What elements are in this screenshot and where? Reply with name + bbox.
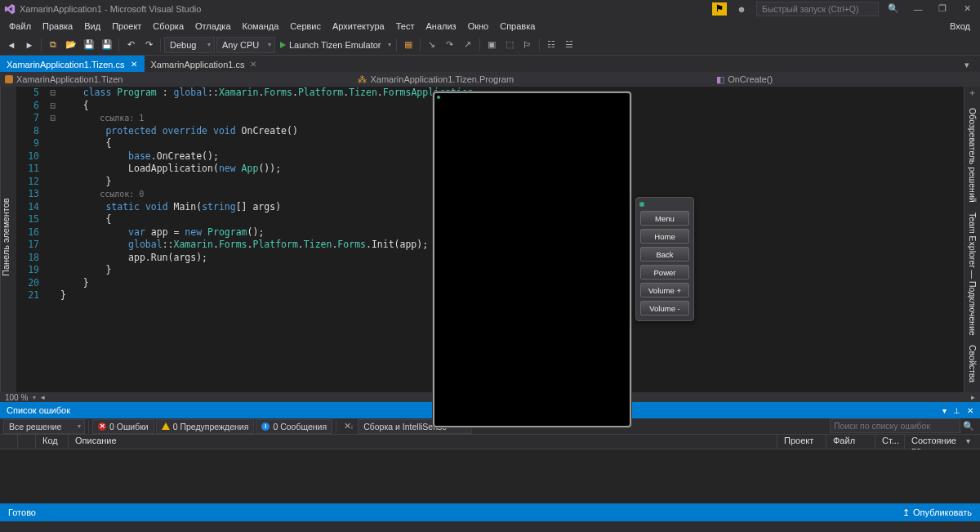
save-icon[interactable]: 💾 xyxy=(81,37,97,53)
errorlist-title: Список ошибок xyxy=(7,405,70,415)
upload-icon: ↥ xyxy=(902,507,910,518)
config-dropdown[interactable]: Debug xyxy=(164,37,215,53)
menu-team[interactable]: Команда xyxy=(237,20,285,33)
menu-help[interactable]: Справка xyxy=(494,20,541,33)
quick-launch-input[interactable]: Быстрый запуск (Ctrl+Q) xyxy=(756,2,879,16)
panel-pin-icon[interactable]: ⊥ xyxy=(953,406,960,415)
menu-debug[interactable]: Отладка xyxy=(189,20,236,33)
warning-icon xyxy=(162,422,170,430)
errors-filter[interactable]: ✕ 0 Ошибки xyxy=(92,419,154,434)
emu-menu-button[interactable]: Menu xyxy=(640,211,689,226)
messages-filter[interactable]: i 0 Сообщения xyxy=(256,419,332,434)
crumb-project[interactable]: XamarinApplication1.Tizen xyxy=(5,74,122,84)
open-file-icon[interactable]: 📂 xyxy=(63,37,79,53)
save-all-icon[interactable]: 💾 xyxy=(99,37,115,53)
fold-icon[interactable]: ⊟ xyxy=(46,100,60,113)
menu-edit[interactable]: Правка xyxy=(37,20,78,33)
add-tool-icon[interactable]: ＋ xyxy=(968,87,977,103)
emu-back-button[interactable]: Back xyxy=(640,247,689,262)
step-over-icon[interactable]: ↷ xyxy=(442,37,458,53)
tab-app-cs[interactable]: XamarinApplication1.cs ✕ xyxy=(145,56,265,72)
titlebar: XamarinApplication1 - Microsoft Visual S… xyxy=(0,0,980,17)
toolbox-tab[interactable]: Панель элементов xyxy=(0,87,16,392)
fold-icon[interactable]: ⊟ xyxy=(46,87,60,100)
menu-window[interactable]: Окно xyxy=(462,20,495,33)
tb-icon-4[interactable]: 🏳 xyxy=(519,37,536,53)
search-icon[interactable]: 🔍 xyxy=(884,2,903,16)
crumb-class[interactable]: ⁂ XamarinApplication1.Tizen.Program xyxy=(358,74,514,85)
tabs-overflow-icon[interactable]: ▾ xyxy=(957,57,977,72)
menubar: Файл Правка Вид Проект Сборка Отладка Ко… xyxy=(0,17,980,34)
panel-menu-icon[interactable]: ▾ xyxy=(942,406,947,415)
tb-icon-2[interactable]: ▣ xyxy=(483,37,500,53)
minimize-button[interactable]: — xyxy=(908,2,928,16)
emulator-control-panel: Menu Home Back Power Volume + Volume - xyxy=(635,197,694,321)
fold-icon[interactable]: ⊟ xyxy=(46,112,60,125)
redo-icon[interactable]: ↷ xyxy=(140,37,157,53)
properties-tab[interactable]: Свойства xyxy=(966,340,979,387)
signin-link[interactable]: Вход xyxy=(943,21,977,31)
menu-analyze[interactable]: Анализ xyxy=(420,20,461,33)
notifications-icon[interactable]: ⚑ xyxy=(712,2,727,16)
menu-view[interactable]: Вид xyxy=(78,20,106,33)
zoom-level[interactable]: 100 % xyxy=(5,393,28,402)
emu-voldn-button[interactable]: Volume - xyxy=(640,301,689,315)
menu-build[interactable]: Сборка xyxy=(147,20,189,33)
run-button[interactable]: Launch Tizen Emulator xyxy=(277,40,393,50)
solution-explorer-tab[interactable]: Обозреватель решений xyxy=(966,103,979,208)
close-tab-icon[interactable]: ✕ xyxy=(249,60,257,69)
emulator-drag-handle[interactable] xyxy=(636,201,693,208)
emulator-screen[interactable] xyxy=(433,92,631,427)
step-into-icon[interactable]: ↘ xyxy=(424,37,440,53)
menu-project[interactable]: Проект xyxy=(106,20,147,33)
menu-tools[interactable]: Сервис xyxy=(284,20,327,33)
clear-icon[interactable]: ✕ᵢ xyxy=(340,418,356,435)
tb-icon-1[interactable]: ▦ xyxy=(400,37,416,53)
team-explorer-tab[interactable]: Team Explorer — Подключение xyxy=(966,208,979,341)
close-button[interactable]: ✕ xyxy=(957,2,977,16)
menu-test[interactable]: Тест xyxy=(390,20,421,33)
maximize-button[interactable]: ❐ xyxy=(933,2,952,16)
platform-dropdown[interactable]: Any CPU xyxy=(216,37,275,53)
col-cat[interactable] xyxy=(18,435,36,449)
method-icon: ◧ xyxy=(716,74,724,85)
nav-back-icon[interactable]: ◄ xyxy=(3,37,20,53)
emu-home-button[interactable]: Home xyxy=(640,229,689,244)
col-state[interactable]: Состояние по... xyxy=(905,435,980,449)
info-icon: i xyxy=(261,422,270,431)
step-out-icon[interactable]: ↗ xyxy=(460,37,476,53)
new-project-icon[interactable]: ⧉ xyxy=(45,37,61,53)
crumb-member[interactable]: ◧ OnCreate() xyxy=(716,74,773,85)
csproj-icon xyxy=(5,75,13,83)
col-code[interactable]: Код xyxy=(36,435,69,449)
tb-icon-5[interactable]: ☷ xyxy=(543,37,559,53)
window-title: XamarinApplication1 - Microsoft Visual S… xyxy=(20,4,712,14)
statusbar: Готово ↥ Опубликовать xyxy=(0,503,980,521)
feedback-icon[interactable]: ☻ xyxy=(732,2,751,16)
menu-file[interactable]: Файл xyxy=(3,20,37,33)
scroll-right-icon[interactable]: ▸ xyxy=(971,393,975,401)
filter-icon[interactable] xyxy=(966,436,973,444)
tb-icon-3[interactable]: ⬚ xyxy=(501,37,518,53)
col-line[interactable]: Ст... xyxy=(875,435,905,449)
undo-icon[interactable]: ↶ xyxy=(122,37,139,53)
search-icon[interactable]: 🔍 xyxy=(960,418,977,435)
emu-power-button[interactable]: Power xyxy=(640,265,689,279)
warnings-filter[interactable]: 0 Предупреждения xyxy=(156,419,255,434)
document-tabs: XamarinApplication1.Tizen.cs ✕ XamarinAp… xyxy=(0,56,980,72)
close-tab-icon[interactable]: ✕ xyxy=(130,60,138,69)
nav-fwd-icon[interactable]: ► xyxy=(21,37,38,53)
panel-close-icon[interactable]: ✕ xyxy=(967,406,973,415)
col-icon[interactable] xyxy=(0,435,18,449)
scope-dropdown[interactable]: Все решение xyxy=(3,419,85,434)
col-file[interactable]: Файл xyxy=(826,435,875,449)
tab-tizen-cs[interactable]: XamarinApplication1.Tizen.cs ✕ xyxy=(0,56,145,72)
col-desc[interactable]: Описание xyxy=(69,435,777,449)
scroll-left-icon[interactable]: ◂ xyxy=(41,393,45,401)
publish-button[interactable]: ↥ Опубликовать xyxy=(902,507,972,518)
col-proj[interactable]: Проект xyxy=(777,435,826,449)
menu-arch[interactable]: Архитектура xyxy=(327,20,390,33)
emu-volup-button[interactable]: Volume + xyxy=(640,283,689,297)
errorlist-search-input[interactable] xyxy=(830,418,960,433)
tb-icon-6[interactable]: ☱ xyxy=(561,37,577,53)
